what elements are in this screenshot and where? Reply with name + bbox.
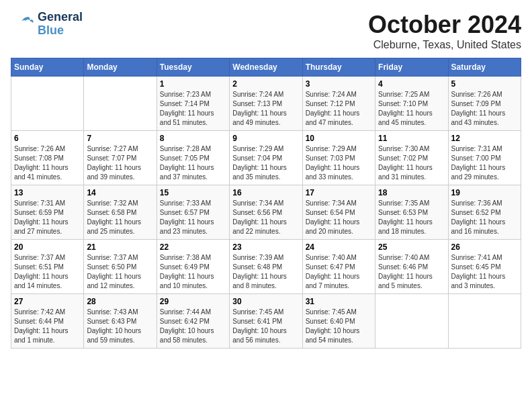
calendar-header: SundayMondayTuesdayWednesdayThursdayFrid…: [11, 58, 521, 77]
day-number: 14: [87, 188, 153, 197]
main-title: October 2024: [368, 11, 521, 39]
svg-rect-0: [11, 12, 35, 36]
calendar-cell: [375, 294, 448, 349]
calendar-cell: 23Sunrise: 7:39 AM Sunset: 6:48 PM Dayli…: [230, 240, 302, 294]
day-info: Sunrise: 7:42 AM Sunset: 6:44 PM Dayligh…: [14, 308, 69, 344]
day-number: 2: [232, 79, 299, 89]
calendar-cell: 29Sunrise: 7:44 AM Sunset: 6:42 PM Dayli…: [157, 294, 229, 349]
day-number: 9: [232, 134, 299, 143]
day-number: 7: [87, 134, 153, 143]
day-info: Sunrise: 7:34 AM Sunset: 6:56 PM Dayligh…: [232, 199, 287, 235]
calendar-table: SundayMondayTuesdayWednesdayThursdayFrid…: [11, 58, 521, 349]
day-number: 13: [14, 188, 81, 197]
day-number: 23: [232, 242, 299, 252]
day-info: Sunrise: 7:26 AM Sunset: 7:09 PM Dayligh…: [451, 91, 506, 126]
week-row-3: 13Sunrise: 7:31 AM Sunset: 6:59 PM Dayli…: [11, 185, 521, 240]
calendar-cell: 7Sunrise: 7:27 AM Sunset: 7:07 PM Daylig…: [84, 131, 157, 185]
day-info: Sunrise: 7:38 AM Sunset: 6:49 PM Dayligh…: [160, 254, 214, 289]
calendar-cell: 20Sunrise: 7:37 AM Sunset: 6:51 PM Dayli…: [11, 240, 84, 294]
column-header-sunday: Sunday: [11, 58, 84, 77]
day-info: Sunrise: 7:29 AM Sunset: 7:04 PM Dayligh…: [232, 145, 287, 181]
day-number: 28: [87, 297, 153, 306]
week-row-1: 1Sunrise: 7:23 AM Sunset: 7:14 PM Daylig…: [11, 77, 521, 131]
calendar-cell: 4Sunrise: 7:25 AM Sunset: 7:10 PM Daylig…: [375, 77, 448, 131]
day-number: 31: [306, 297, 372, 306]
calendar-cell: 22Sunrise: 7:38 AM Sunset: 6:49 PM Dayli…: [157, 240, 229, 294]
calendar-cell: 15Sunrise: 7:33 AM Sunset: 6:57 PM Dayli…: [157, 185, 229, 240]
day-number: 26: [451, 242, 518, 252]
logo: General Blue: [11, 11, 83, 38]
day-number: 27: [14, 297, 81, 306]
calendar-cell: 13Sunrise: 7:31 AM Sunset: 6:59 PM Dayli…: [11, 185, 84, 240]
day-number: 10: [306, 134, 372, 143]
day-number: 6: [14, 134, 81, 143]
day-info: Sunrise: 7:33 AM Sunset: 6:57 PM Dayligh…: [160, 199, 214, 235]
calendar-cell: 30Sunrise: 7:45 AM Sunset: 6:41 PM Dayli…: [230, 294, 302, 349]
calendar-cell: 8Sunrise: 7:28 AM Sunset: 7:05 PM Daylig…: [157, 131, 229, 185]
day-number: 4: [378, 79, 445, 89]
day-info: Sunrise: 7:43 AM Sunset: 6:43 PM Dayligh…: [87, 308, 141, 344]
day-number: 30: [232, 297, 299, 306]
day-number: 24: [306, 242, 372, 252]
calendar-body: 1Sunrise: 7:23 AM Sunset: 7:14 PM Daylig…: [11, 77, 521, 349]
day-number: 18: [378, 188, 445, 197]
day-info: Sunrise: 7:32 AM Sunset: 6:58 PM Dayligh…: [87, 199, 141, 235]
day-number: 22: [160, 242, 226, 252]
day-info: Sunrise: 7:36 AM Sunset: 6:52 PM Dayligh…: [451, 199, 506, 235]
calendar-cell: 12Sunrise: 7:31 AM Sunset: 7:00 PM Dayli…: [448, 131, 521, 185]
day-info: Sunrise: 7:28 AM Sunset: 7:05 PM Dayligh…: [160, 145, 214, 181]
title-area: October 2024 Cleburne, Texas, United Sta…: [368, 11, 521, 51]
logo-text: General Blue: [38, 11, 83, 38]
day-info: Sunrise: 7:35 AM Sunset: 6:53 PM Dayligh…: [378, 199, 433, 235]
day-info: Sunrise: 7:44 AM Sunset: 6:42 PM Dayligh…: [160, 308, 214, 344]
week-row-4: 20Sunrise: 7:37 AM Sunset: 6:51 PM Dayli…: [11, 240, 521, 294]
calendar-cell: 24Sunrise: 7:40 AM Sunset: 6:47 PM Dayli…: [302, 240, 375, 294]
calendar-cell: 14Sunrise: 7:32 AM Sunset: 6:58 PM Dayli…: [84, 185, 157, 240]
calendar-cell: 6Sunrise: 7:26 AM Sunset: 7:08 PM Daylig…: [11, 131, 84, 185]
calendar-cell: 5Sunrise: 7:26 AM Sunset: 7:09 PM Daylig…: [448, 77, 521, 131]
day-number: 1: [160, 79, 226, 89]
day-number: 16: [232, 188, 299, 197]
calendar-cell: 26Sunrise: 7:41 AM Sunset: 6:45 PM Dayli…: [448, 240, 521, 294]
day-info: Sunrise: 7:23 AM Sunset: 7:14 PM Dayligh…: [160, 91, 214, 126]
day-number: 3: [306, 79, 372, 89]
calendar-cell: 28Sunrise: 7:43 AM Sunset: 6:43 PM Dayli…: [84, 294, 157, 349]
day-info: Sunrise: 7:24 AM Sunset: 7:12 PM Dayligh…: [306, 91, 360, 126]
calendar-cell: [84, 77, 157, 131]
day-info: Sunrise: 7:27 AM Sunset: 7:07 PM Dayligh…: [87, 145, 141, 181]
day-number: 12: [451, 134, 518, 143]
day-info: Sunrise: 7:37 AM Sunset: 6:51 PM Dayligh…: [14, 254, 69, 289]
day-number: 8: [160, 134, 226, 143]
calendar-cell: 2Sunrise: 7:24 AM Sunset: 7:13 PM Daylig…: [230, 77, 302, 131]
logo-icon: [11, 12, 35, 36]
calendar-cell: 18Sunrise: 7:35 AM Sunset: 6:53 PM Dayli…: [375, 185, 448, 240]
page-header: General Blue October 2024 Cleburne, Texa…: [11, 11, 521, 51]
day-info: Sunrise: 7:29 AM Sunset: 7:03 PM Dayligh…: [306, 145, 360, 181]
day-number: 17: [306, 188, 372, 197]
calendar-cell: [448, 294, 521, 349]
day-info: Sunrise: 7:45 AM Sunset: 6:40 PM Dayligh…: [306, 308, 360, 344]
calendar-cell: 19Sunrise: 7:36 AM Sunset: 6:52 PM Dayli…: [448, 185, 521, 240]
calendar-cell: 27Sunrise: 7:42 AM Sunset: 6:44 PM Dayli…: [11, 294, 84, 349]
calendar-cell: [11, 77, 84, 131]
day-number: 25: [378, 242, 445, 252]
day-info: Sunrise: 7:24 AM Sunset: 7:13 PM Dayligh…: [232, 91, 287, 126]
day-info: Sunrise: 7:40 AM Sunset: 6:47 PM Dayligh…: [306, 254, 360, 289]
logo-blue-text: Blue: [38, 24, 83, 38]
calendar-cell: 1Sunrise: 7:23 AM Sunset: 7:14 PM Daylig…: [157, 77, 229, 131]
week-row-5: 27Sunrise: 7:42 AM Sunset: 6:44 PM Dayli…: [11, 294, 521, 349]
week-row-2: 6Sunrise: 7:26 AM Sunset: 7:08 PM Daylig…: [11, 131, 521, 185]
day-info: Sunrise: 7:37 AM Sunset: 6:50 PM Dayligh…: [87, 254, 141, 289]
column-header-thursday: Thursday: [302, 58, 375, 77]
calendar-cell: 11Sunrise: 7:30 AM Sunset: 7:02 PM Dayli…: [375, 131, 448, 185]
day-number: 19: [451, 188, 518, 197]
day-info: Sunrise: 7:45 AM Sunset: 6:41 PM Dayligh…: [232, 308, 287, 344]
calendar-cell: 3Sunrise: 7:24 AM Sunset: 7:12 PM Daylig…: [302, 77, 375, 131]
column-header-tuesday: Tuesday: [157, 58, 229, 77]
calendar-cell: 9Sunrise: 7:29 AM Sunset: 7:04 PM Daylig…: [230, 131, 302, 185]
header-row: SundayMondayTuesdayWednesdayThursdayFrid…: [11, 58, 521, 77]
subtitle: Cleburne, Texas, United States: [368, 39, 521, 51]
column-header-friday: Friday: [375, 58, 448, 77]
day-number: 15: [160, 188, 226, 197]
column-header-saturday: Saturday: [448, 58, 521, 77]
